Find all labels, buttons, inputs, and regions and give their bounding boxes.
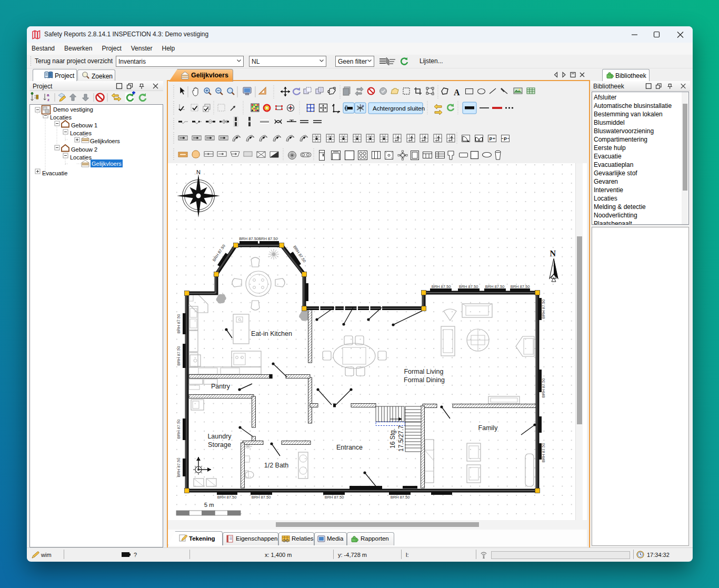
svg-text:z: z xyxy=(47,97,49,102)
svg-text:N: N xyxy=(362,104,364,107)
svg-text:Eat-in Kitchen: Eat-in Kitchen xyxy=(251,330,292,337)
svg-text:BRH 87.50BRH 87.50: BRH 87.50BRH 87.50 xyxy=(239,236,277,241)
svg-text:Gebouw 2: Gebouw 2 xyxy=(71,146,97,153)
svg-text:BRH 87.50: BRH 87.50 xyxy=(485,284,505,289)
svg-text:BRH 87.50: BRH 87.50 xyxy=(511,284,530,289)
svg-text:BRH 87.50: BRH 87.50 xyxy=(252,495,271,500)
svg-text:Evacuatie: Evacuatie xyxy=(42,170,67,176)
svg-text:BRH 87.50: BRH 87.50 xyxy=(541,300,546,319)
svg-text:BRH 87.50: BRH 87.50 xyxy=(459,284,478,289)
svg-text:BRH 87.50: BRH 87.50 xyxy=(176,346,181,366)
svg-text:P: P xyxy=(504,136,507,142)
svg-text:16 Stg.: 16 Stg. xyxy=(389,428,396,449)
svg-text:Locaties: Locaties xyxy=(70,130,92,136)
svg-text:Gelijkvloers: Gelijkvloers xyxy=(90,138,120,144)
svg-text:Pantry: Pantry xyxy=(211,383,231,390)
svg-text:BRH 87.50: BRH 87.50 xyxy=(541,378,546,398)
svg-text:BRH 87.50: BRH 87.50 xyxy=(176,420,181,439)
svg-text:BRH 87.50: BRH 87.50 xyxy=(391,495,410,500)
svg-text:Locaties: Locaties xyxy=(50,114,72,121)
svg-text:Demo vestiging: Demo vestiging xyxy=(53,106,93,113)
svg-text:BRH 87.50: BRH 87.50 xyxy=(325,495,344,500)
svg-text:BRH 87.50: BRH 87.50 xyxy=(176,314,181,334)
svg-text:Storage: Storage xyxy=(208,441,231,449)
svg-text:N: N xyxy=(550,249,556,258)
svg-text:17.5/27.7: 17.5/27.7 xyxy=(397,425,405,452)
svg-text:BRH 87.50: BRH 87.50 xyxy=(541,443,546,463)
svg-text:BRH 87.50: BRH 87.50 xyxy=(432,284,451,289)
svg-text:BRH 87.50: BRH 87.50 xyxy=(217,495,237,500)
svg-text:N: N xyxy=(196,169,201,175)
svg-text:P: P xyxy=(490,136,493,142)
svg-text:Achtergrond sluiten: Achtergrond sluiten xyxy=(373,105,425,112)
svg-text:Gelijkvloers: Gelijkvloers xyxy=(92,161,122,167)
svg-text:Laundry: Laundry xyxy=(207,433,232,440)
svg-text:Locaties: Locaties xyxy=(70,154,92,161)
svg-text:a: a xyxy=(47,93,49,97)
svg-text:1/2 Bath: 1/2 Bath xyxy=(264,462,289,469)
svg-text:5 m: 5 m xyxy=(204,502,214,508)
svg-text:Family: Family xyxy=(478,424,498,432)
svg-text:Formal Dining: Formal Dining xyxy=(404,376,445,384)
svg-text:Entrance: Entrance xyxy=(336,444,363,451)
svg-text:BRH 87.50: BRH 87.50 xyxy=(176,458,181,477)
svg-text:Gebouw 1: Gebouw 1 xyxy=(71,122,97,128)
svg-text:A: A xyxy=(454,88,460,97)
svg-text:Formal Living: Formal Living xyxy=(404,368,443,375)
